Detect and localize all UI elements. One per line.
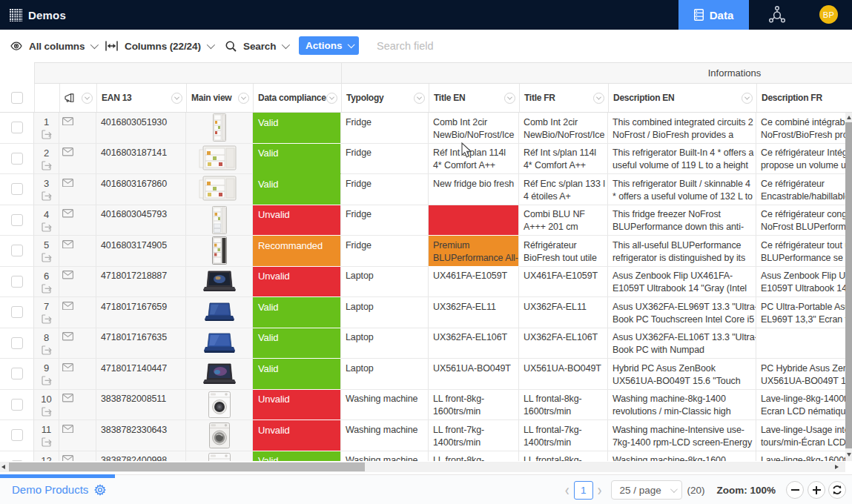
cell-description-fr[interactable]: Lave-linge-8kg-1600trs/min Écran LCD <box>756 451 852 462</box>
app-brand[interactable]: Demos <box>10 9 66 21</box>
mail-button[interactable] <box>59 390 96 406</box>
cell-main-view[interactable] <box>186 359 253 390</box>
row-checkbox[interactable] <box>11 337 23 349</box>
cell-title-fr[interactable]: LL frontal-7kg- 1400trs/min <box>519 420 608 451</box>
row-checkbox[interactable] <box>11 460 23 461</box>
cell-typology[interactable]: Fridge <box>341 205 429 236</box>
column-menu-icon[interactable] <box>742 93 753 104</box>
cell-title-fr[interactable]: LL frontal-8kg- 1400trs/min <box>519 451 608 462</box>
cell-description-fr[interactable]: Ce réfrigérateur congélateur NoFrost BLU… <box>756 205 852 236</box>
cell-main-view[interactable] <box>186 297 253 328</box>
cell-title-en[interactable] <box>429 205 519 236</box>
cell-data-compliance[interactable]: Unvalid <box>253 267 341 298</box>
header-cell-description-fr[interactable]: Description FR <box>756 84 852 112</box>
cell-title-fr[interactable]: LL frontal-8kg- 1600trs/min <box>519 390 608 421</box>
cell-description-en[interactable]: This combined integrated circuits 2 NoFr… <box>608 113 756 144</box>
cell-description-en[interactable]: This fridge freezer NoFrost BLUPerforman… <box>608 205 756 236</box>
cell-description-fr[interactable] <box>756 328 852 359</box>
cell-description-fr[interactable]: Ce combiné intégrable circuits NoFrost/B… <box>756 113 852 144</box>
cell-main-view[interactable] <box>186 236 253 267</box>
header-cell-typology[interactable]: Typology <box>341 84 429 112</box>
previous-page-button[interactable]: ‹ <box>562 482 572 499</box>
mail-button[interactable] <box>59 113 96 129</box>
open-record-button[interactable] <box>42 191 52 205</box>
row-checkbox[interactable] <box>11 429 23 441</box>
cell-title-en[interactable]: LL front-8kg- 1600trs/min <box>429 390 519 421</box>
cell-ean13[interactable]: 3838782008511 <box>96 390 186 421</box>
mail-button[interactable] <box>59 205 96 222</box>
cell-ean13[interactable]: 4718017167659 <box>96 297 186 328</box>
mail-button[interactable] <box>59 236 96 252</box>
open-record-button[interactable] <box>42 161 52 174</box>
mail-button[interactable] <box>59 359 96 375</box>
mail-button[interactable] <box>59 144 96 160</box>
header-cell-main-view[interactable]: Main view <box>186 84 253 112</box>
header-cell-title-fr[interactable]: Title FR <box>519 84 608 112</box>
cell-title-en[interactable]: Premium BLUPerformance All- <box>429 236 519 267</box>
horizontal-scrollbar[interactable] <box>0 462 845 472</box>
cell-description-fr[interactable]: Lave-linge-8kg-1400trs/min Ecran LCD ném… <box>756 390 852 421</box>
cell-data-compliance[interactable]: Valid <box>253 328 341 359</box>
header-cell-data-compliance[interactable]: Data compliance <box>253 84 341 112</box>
cell-description-fr[interactable]: PC Ultra-Portable Asus UX362 EL969T 13,3… <box>756 297 852 328</box>
cell-description-fr[interactable]: Ce réfrigérateur Intégrable 4* propose u… <box>756 144 852 175</box>
mail-button[interactable] <box>59 328 96 345</box>
open-record-button[interactable] <box>42 222 52 236</box>
row-checkbox[interactable] <box>11 214 23 226</box>
cell-description-fr[interactable]: PC Hybride Asus ZenBook UX561UA-BO049T 1… <box>756 359 852 390</box>
open-record-button[interactable] <box>42 345 52 359</box>
open-record-button[interactable] <box>42 437 52 451</box>
cell-data-compliance[interactable]: Recommanded <box>253 236 341 267</box>
cell-title-en[interactable]: Réf Int s/plan 114l 4* Comfort A++ <box>429 144 519 175</box>
cell-description-en[interactable]: This refrigerator Built-In 4 * offers a … <box>608 144 756 175</box>
current-page-button[interactable]: 1 <box>574 481 593 500</box>
cell-data-compliance[interactable]: Valid <box>253 144 341 175</box>
cell-description-en[interactable]: Hybrid PC Asus ZenBook UX561UA-BO049T 15… <box>608 359 756 390</box>
next-page-button[interactable]: › <box>595 482 605 499</box>
cell-typology[interactable]: Washing machine <box>341 420 429 451</box>
cell-description-en[interactable]: This all-useful BLUPerformance refrigera… <box>608 236 756 267</box>
cell-title-fr[interactable]: UX461FA-E1059T <box>519 267 608 298</box>
row-checkbox[interactable] <box>11 153 23 165</box>
column-menu-icon[interactable] <box>82 93 93 104</box>
cell-title-en[interactable]: UX362FA-EL106T <box>429 328 519 359</box>
cell-ean13[interactable]: 4718017167635 <box>96 328 186 359</box>
cell-typology[interactable]: Fridge <box>341 113 429 144</box>
vertical-scrollbar[interactable] <box>845 113 852 461</box>
cell-data-compliance[interactable]: Unvalid <box>253 420 341 451</box>
row-checkbox[interactable] <box>11 245 23 256</box>
select-all-checkbox[interactable] <box>11 92 23 104</box>
cell-typology[interactable]: Laptop <box>341 267 429 298</box>
scroll-up-arrow[interactable] <box>845 114 852 120</box>
columns-dropdown[interactable]: Columns (22/24) <box>105 30 213 62</box>
cell-main-view[interactable] <box>186 174 253 205</box>
mail-button[interactable] <box>59 297 96 314</box>
cell-ean13[interactable]: 4016803167860 <box>96 174 186 205</box>
cell-ean13[interactable]: 4718017140447 <box>96 359 186 390</box>
refresh-button[interactable] <box>828 481 846 499</box>
cell-main-view[interactable] <box>186 328 253 359</box>
open-record-button[interactable] <box>42 376 52 389</box>
cell-description-en[interactable]: Asus Zenbook Flip UX461FA- E1059T Ultrab… <box>608 267 756 298</box>
cell-data-compliance[interactable]: Valid <box>253 297 341 328</box>
cell-typology[interactable]: Washing machine <box>341 390 429 421</box>
cell-data-compliance[interactable]: Valid <box>253 359 341 390</box>
cell-ean13[interactable]: 3838782330643 <box>96 420 186 451</box>
horizontal-scrollbar-thumb[interactable] <box>9 462 365 471</box>
cell-description-en[interactable]: Asus UX362FA-EL969T 13.3 "Ultra- Book PC… <box>608 297 756 328</box>
header-cell-title-en[interactable]: Title EN <box>429 84 519 112</box>
cell-main-view[interactable] <box>186 451 253 462</box>
cell-typology[interactable]: Fridge <box>341 174 429 205</box>
cell-title-en[interactable]: UX561UA-BO049T <box>429 359 519 390</box>
row-checkbox[interactable] <box>11 368 23 379</box>
cell-ean13[interactable]: 4718017218887 <box>96 267 186 298</box>
tab-data[interactable]: Data <box>678 0 749 30</box>
cell-title-en[interactable]: New fridge bio fresh <box>429 174 519 205</box>
cell-typology[interactable]: Laptop <box>341 297 429 328</box>
cell-title-fr[interactable]: Réf Enc s/plan 133 l 4 étoiles A+ <box>519 174 608 205</box>
open-record-button[interactable] <box>42 314 52 328</box>
cell-title-en[interactable]: UX362FA-EL11 <box>429 297 519 328</box>
row-checkbox[interactable] <box>11 276 23 288</box>
user-avatar[interactable]: BP <box>819 5 838 24</box>
row-checkbox[interactable] <box>11 399 23 411</box>
